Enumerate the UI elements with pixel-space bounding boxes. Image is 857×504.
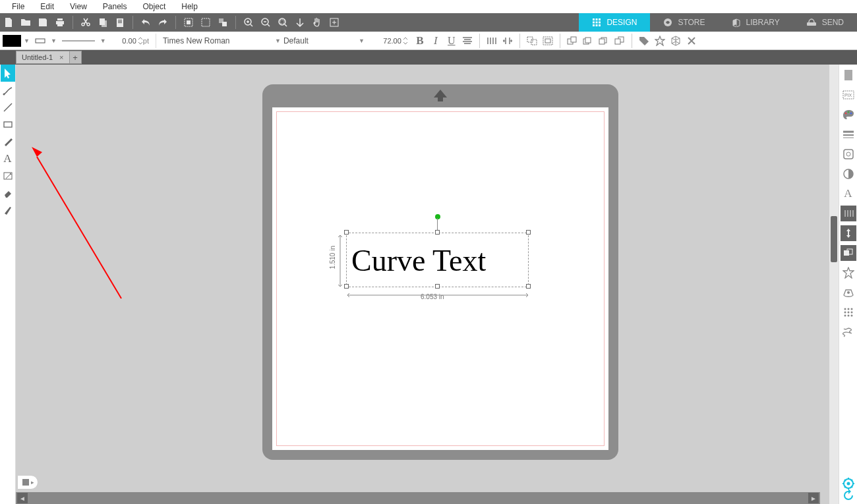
underline-icon[interactable]: U [444, 33, 459, 49]
ungroup-icon[interactable] [524, 33, 540, 49]
nav-library[interactable]: LIBRARY [719, 13, 793, 32]
align-icon[interactable] [459, 33, 475, 49]
style-dropdown2-icon[interactable]: ▼ [359, 38, 365, 44]
paste-icon[interactable] [113, 15, 127, 30]
sketch-icon[interactable] [841, 324, 856, 340]
page[interactable]: Curve Text 1.510 in 6.053 in [272, 107, 608, 450]
rhinestone-icon[interactable] [841, 304, 856, 320]
kerning-icon[interactable] [500, 33, 516, 49]
nav-send[interactable]: SEND [793, 13, 857, 32]
preferences-icon[interactable] [842, 478, 854, 490]
replicate-panel-icon[interactable] [841, 245, 856, 261]
backward-icon[interactable] [596, 33, 612, 49]
knife-tool-icon[interactable] [1, 202, 15, 219]
font-style-input[interactable] [283, 36, 356, 45]
pixscan-icon[interactable]: PIX [841, 87, 856, 103]
fill-color-swatch[interactable] [3, 35, 21, 47]
line-style-panel-icon[interactable] [841, 126, 856, 142]
eraser-tool-icon[interactable] [1, 184, 15, 202]
star-panel-icon[interactable] [841, 265, 856, 281]
copy-icon[interactable] [96, 15, 110, 30]
page-setup-icon[interactable] [841, 67, 856, 83]
star-icon[interactable] [652, 33, 668, 49]
menu-view[interactable]: View [62, 2, 95, 11]
line-weight-line[interactable] [59, 34, 98, 47]
menu-help[interactable]: Help [173, 2, 206, 11]
style-dropdown-icon[interactable]: ▼ [275, 38, 281, 44]
size-stepper-icon[interactable] [403, 36, 408, 46]
cut-icon[interactable] [78, 15, 93, 30]
new-file-icon[interactable] [1, 15, 16, 30]
save-icon[interactable] [36, 15, 50, 30]
menu-panels[interactable]: Panels [95, 2, 135, 11]
handle-tc[interactable] [435, 230, 440, 235]
vertical-scrollbar[interactable] [829, 65, 839, 504]
nav-store[interactable]: STORE [650, 13, 718, 32]
zoom-out-icon[interactable] [258, 15, 273, 30]
handle-br[interactable] [526, 284, 531, 289]
trace-icon[interactable] [841, 146, 856, 162]
line-weight-dropdown-icon[interactable]: ▼ [100, 38, 106, 44]
panel-toggle[interactable]: ▸ [17, 475, 38, 490]
select-all-icon[interactable] [181, 15, 196, 30]
line-style[interactable] [32, 34, 48, 47]
canvas-area[interactable]: Curve Text 1.510 in 6.053 in ◄ ► [16, 65, 839, 504]
cube-icon[interactable] [668, 33, 684, 49]
document-tab[interactable]: Untitled-1 × [16, 51, 70, 64]
fill-dropdown-icon[interactable]: ▼ [24, 38, 30, 44]
line-tool-icon[interactable] [1, 99, 15, 116]
handle-bc[interactable] [435, 284, 440, 289]
fit-icon[interactable] [293, 15, 307, 30]
menu-object[interactable]: Object [135, 2, 174, 11]
handle-bl[interactable] [344, 284, 349, 289]
stroke-weight-input[interactable] [109, 35, 138, 47]
contrast-icon[interactable] [841, 166, 856, 182]
edit-points-tool-icon[interactable] [1, 82, 15, 99]
italic-icon[interactable]: I [428, 33, 444, 49]
text-tool-icon[interactable]: A [1, 150, 15, 167]
undo-icon[interactable] [138, 15, 153, 30]
close-tab-icon[interactable]: × [59, 53, 63, 61]
font-family-input[interactable] [160, 35, 252, 47]
scroll-left-icon[interactable]: ◄ [17, 493, 28, 503]
stepper-icon[interactable] [138, 36, 143, 46]
align-panel-icon[interactable] [841, 225, 856, 241]
group-icon[interactable] [216, 15, 230, 30]
new-tab-button[interactable]: + [70, 51, 82, 64]
spacing-icon[interactable] [484, 33, 500, 49]
handle-tr[interactable] [526, 230, 531, 235]
handle-tl[interactable] [344, 230, 349, 235]
deselect-icon[interactable] [198, 15, 213, 30]
nav-design[interactable]: DESIGN [579, 13, 650, 32]
horizontal-scrollbar[interactable]: ◄ ► [16, 492, 820, 504]
forward-icon[interactable] [580, 33, 596, 49]
select-tool-icon[interactable] [1, 65, 15, 82]
tag-icon[interactable] [636, 33, 652, 49]
nest-icon[interactable] [841, 285, 856, 300]
vertical-scroll-thumb[interactable] [831, 216, 837, 262]
refresh-icon[interactable] [842, 490, 854, 501]
bold-icon[interactable]: B [412, 33, 428, 49]
zoom-in-icon[interactable] [241, 15, 256, 30]
back-icon[interactable] [612, 33, 628, 49]
redo-icon[interactable] [156, 15, 170, 30]
transform-panel-icon[interactable] [841, 206, 856, 221]
zoom-selection-icon[interactable] [276, 15, 290, 30]
palette-icon[interactable] [841, 107, 856, 123]
center-icon[interactable] [327, 15, 341, 30]
open-file-icon[interactable] [18, 15, 33, 30]
note-tool-icon[interactable] [1, 167, 15, 184]
group2-icon[interactable] [540, 33, 556, 49]
rotation-handle[interactable] [435, 214, 440, 219]
rectangle-tool-icon[interactable] [1, 116, 15, 133]
font-size-input[interactable] [374, 35, 403, 47]
print-icon[interactable] [53, 15, 67, 30]
menu-file[interactable]: File [4, 2, 32, 11]
menu-edit[interactable]: Edit [32, 2, 62, 11]
draw-tool-icon[interactable] [1, 133, 15, 150]
delete-icon[interactable] [684, 33, 699, 49]
text-style-panel-icon[interactable]: A [841, 186, 856, 202]
pan-icon[interactable] [310, 15, 324, 30]
scroll-right-icon[interactable]: ► [808, 493, 819, 503]
text-object[interactable]: Curve Text 1.510 in 6.053 in [345, 239, 529, 292]
